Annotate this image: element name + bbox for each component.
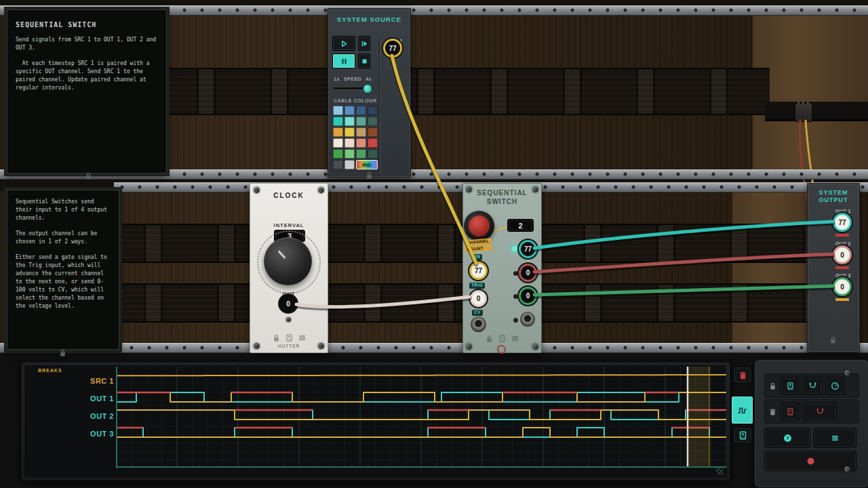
transport-controls (332, 36, 370, 68)
cable-colour-swatch[interactable] (356, 138, 366, 148)
cable-colour-swatch[interactable] (368, 117, 378, 126)
pause-icon (340, 57, 349, 66)
resize-handle[interactable] (716, 468, 723, 474)
speed-max-label: 4x (366, 77, 372, 81)
cable-colour-swatch[interactable] (344, 160, 355, 169)
lock-cables-button[interactable] (803, 377, 823, 394)
port-status-bar (835, 234, 849, 237)
cable-colour-swatch[interactable] (344, 149, 355, 159)
lock-icon (829, 336, 837, 344)
cable-colour-swatch[interactable] (356, 106, 366, 115)
channel-count-label: CHANNEL COUNT (464, 238, 492, 252)
channel-led (512, 246, 517, 251)
grid-icon (511, 334, 519, 343)
seq-title: SEQUENTIAL SWITCH (463, 189, 541, 206)
note-paragraph: Either send a gate signal to the Trig in… (16, 253, 111, 310)
scope-screen[interactable]: BREAKS SRC 1OUT 1OUT 2OUT 3 (24, 365, 727, 477)
channel-count-display: 2 (507, 219, 534, 232)
scope-grid-svg (116, 367, 727, 470)
cable-colour-swatch[interactable] (356, 117, 366, 126)
lock-row-buttons (781, 377, 845, 394)
record-button[interactable] (764, 451, 856, 471)
lock-icon (365, 171, 374, 180)
interval-knob[interactable] (264, 237, 312, 285)
cable-colour-swatch[interactable] (344, 106, 355, 115)
speed-slider-thumb[interactable] (363, 84, 372, 94)
in-label: IN (473, 254, 482, 260)
cable-colour-swatch[interactable] (333, 127, 343, 137)
cable-colour-swatch[interactable] (368, 138, 378, 148)
output-port-jack-1[interactable]: 77 (833, 213, 852, 232)
system-output-title-line2: OUTPUT (808, 197, 859, 204)
stop-button[interactable] (358, 54, 370, 68)
module-view-button[interactable] (733, 427, 752, 443)
cable-colour-swatch[interactable] (344, 138, 355, 148)
brief-paragraphs: Send signals from SRC 1 to OUT 1, OUT 2 … (7, 36, 166, 92)
seq-trig-jack[interactable]: 0 (470, 290, 487, 307)
bus-board-mid-2 (117, 283, 807, 323)
play-icon (340, 39, 349, 48)
clock-brand: HUTTER (250, 344, 328, 348)
seq-in-jack[interactable]: 77 (469, 262, 488, 280)
seq-output-jack-2[interactable]: 0 (519, 264, 537, 282)
channel-led (513, 271, 518, 276)
play-button[interactable] (332, 36, 355, 51)
sequential-switch-module[interactable]: SEQUENTIAL SWITCH 2 CHANNEL COUNT IN 77 … (462, 183, 542, 353)
trash-icon (768, 407, 777, 416)
cable-colour-swatch[interactable] (344, 127, 355, 137)
step-button[interactable] (358, 36, 370, 51)
cable-colour-swatch[interactable] (368, 149, 378, 159)
svg-text:?: ? (786, 435, 789, 441)
delete-cables-button[interactable] (803, 403, 837, 420)
channel-led (513, 318, 518, 323)
clock-module[interactable]: CLOCK INTERVAL 3 OUT 0 HUTTER (250, 183, 328, 353)
wood-patch-top-right (753, 14, 868, 171)
cable-colour-swatch[interactable] (356, 127, 366, 137)
system-output-panel: SYSTEM OUTPUT OUT 177OUT 20OUT 30 (807, 183, 860, 352)
menu-button[interactable] (813, 428, 856, 448)
cable-colour-swatch[interactable] (344, 117, 355, 126)
lock-timers-button[interactable] (825, 377, 845, 394)
help-button[interactable]: ? (764, 428, 810, 448)
cable-colour-swatch[interactable] (356, 149, 366, 159)
channel-count-knob[interactable] (464, 211, 494, 241)
output-port-jack-3[interactable]: 0 (833, 277, 852, 296)
trig-label: TRIG (469, 283, 485, 289)
speed-labels: 1x SPEED 4x (334, 77, 372, 81)
delete-modules-button[interactable] (781, 403, 800, 420)
cable-colour-swatch[interactable] (333, 117, 343, 126)
src1-jack[interactable]: 77 (383, 39, 402, 58)
lock-group (764, 373, 859, 398)
pause-button[interactable] (332, 54, 355, 68)
cable-colour-swatch[interactable] (368, 106, 378, 115)
cable-colour-swatch[interactable] (333, 138, 343, 148)
lock-modules-button[interactable] (781, 377, 800, 394)
channel-led (513, 294, 518, 299)
seq-cv-jack[interactable] (471, 317, 486, 332)
note-paragraph: At each timestep SRC 1 is paired with a … (16, 60, 158, 92)
scope-view-button[interactable] (731, 396, 753, 424)
seq-output-jack-4[interactable] (520, 312, 535, 327)
output-port-jack-2[interactable]: 0 (833, 245, 852, 264)
cable-colour-swatch[interactable] (333, 149, 343, 159)
cv-label: CV (472, 310, 483, 316)
delete-trace-button[interactable] (733, 367, 752, 383)
lock-icon (768, 382, 777, 390)
note-paragraph: Send signals from SRC 1 to OUT 1, OUT 2 … (16, 36, 158, 52)
cable-colour-swatch[interactable] (333, 106, 343, 115)
seq-output-jack-1[interactable]: 77 (519, 240, 537, 258)
interval-label: INTERVAL (250, 222, 328, 228)
screw (532, 344, 538, 350)
screw (286, 317, 291, 322)
rail-mid-2 (0, 343, 868, 353)
hint-panel: Sequential Switches send their input to … (7, 190, 119, 350)
cable-colour-swatch[interactable] (368, 127, 378, 137)
hint-paragraphs: Sequential Switches send their input to … (7, 198, 119, 310)
speed-min-label: 1x (334, 77, 340, 81)
clock-out-jack[interactable]: 0 (279, 295, 297, 312)
random-colour-button[interactable]: RND (356, 160, 378, 169)
stop-icon (360, 57, 369, 66)
cable-colour-swatch[interactable] (333, 160, 343, 169)
scope-row-label: SRC 1 (30, 377, 114, 385)
seq-output-jack-3[interactable]: 0 (519, 287, 537, 305)
